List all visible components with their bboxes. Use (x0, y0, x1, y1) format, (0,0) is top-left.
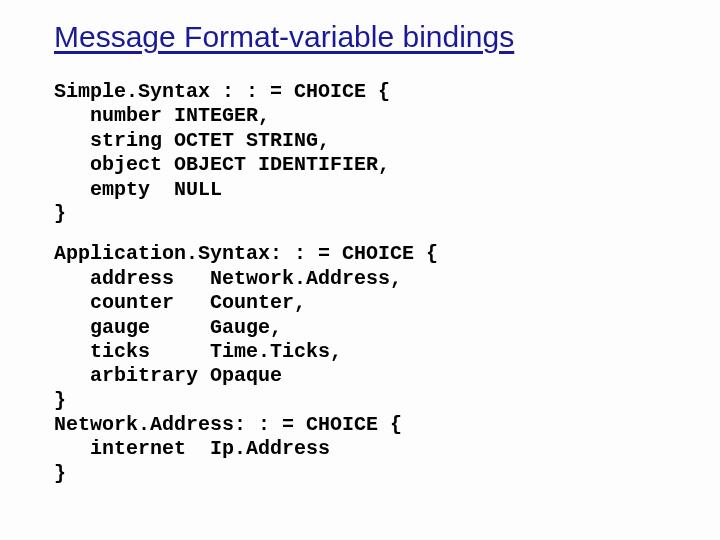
slide-container: Message Format-variable bindings Simple.… (0, 0, 720, 522)
code-block-application-syntax: Application.Syntax: : = CHOICE { address… (54, 242, 666, 486)
code-block-simple-syntax: Simple.Syntax : : = CHOICE { number INTE… (54, 80, 666, 226)
slide-title: Message Format-variable bindings (54, 20, 666, 54)
